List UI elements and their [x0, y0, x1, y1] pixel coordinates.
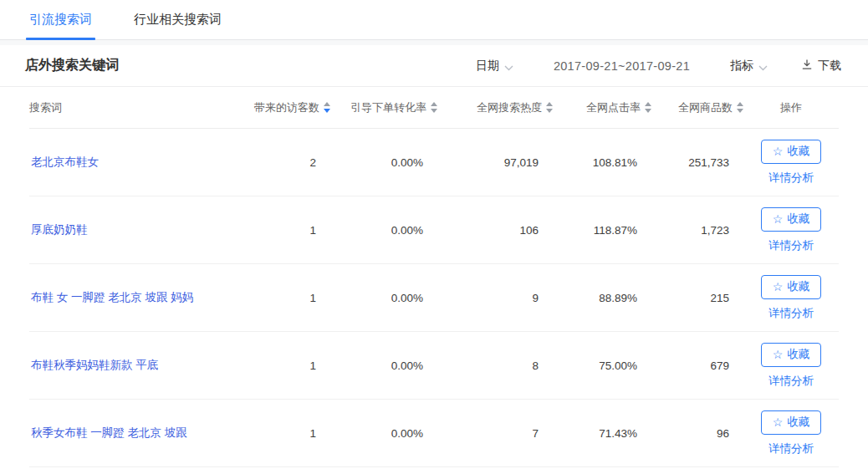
conversion-value: 0.00%: [330, 427, 437, 440]
col-header-conversion: 引导下单转化率: [330, 100, 437, 115]
actions-cell: ☆ 收藏 详情分析: [743, 343, 839, 389]
table-header-row: 搜索词 带来的访客数 引导下单转化率 全网搜索热度 全网点击率 全网商品数: [29, 87, 839, 129]
conversion-value: 0.00%: [330, 156, 437, 169]
favorite-button-label: 收藏: [787, 347, 809, 362]
favorite-button[interactable]: ☆ 收藏: [761, 140, 822, 164]
actions-cell: ☆ 收藏 详情分析: [743, 410, 839, 456]
col-header-actions: 操作: [743, 100, 839, 115]
detail-analysis-link[interactable]: 详情分析: [768, 374, 814, 389]
click-rate-value: 118.87%: [553, 224, 651, 237]
search-heat-value: 9: [437, 292, 553, 304]
star-icon: ☆: [773, 145, 784, 157]
product-count-value: 215: [651, 292, 743, 304]
tab-industry-related-words[interactable]: 行业相关搜索词: [134, 0, 222, 39]
toolbar: 店外搜索关键词 日期 2017-09-21~2017-09-21 指标 下载: [0, 45, 868, 87]
actions-cell: ☆ 收藏 详情分析: [743, 140, 839, 186]
metric-dropdown[interactable]: 指标: [730, 59, 768, 74]
page-title: 店外搜索关键词: [25, 57, 119, 74]
visitors-value: 2: [238, 156, 330, 169]
favorite-button-label: 收藏: [787, 279, 809, 294]
search-heat-value: 97,019: [437, 156, 553, 169]
click-rate-value: 71.43%: [553, 427, 651, 440]
table-body: 老北京布鞋女 2 0.00% 97,019 108.81% 251,733 ☆ …: [29, 129, 839, 467]
col-header-product-count: 全网商品数: [651, 100, 743, 115]
keyword-cell: 厚底奶奶鞋: [29, 222, 238, 237]
star-icon: ☆: [773, 213, 784, 225]
download-icon: [801, 59, 813, 73]
tab-bar: 引流搜索词 行业相关搜索词: [0, 0, 868, 40]
search-heat-value: 7: [437, 427, 553, 440]
click-rate-value: 88.89%: [553, 292, 651, 304]
table-row: 老北京布鞋女 2 0.00% 97,019 108.81% 251,733 ☆ …: [29, 129, 839, 196]
search-heat-value: 8: [437, 359, 553, 372]
chevron-down-icon: [758, 60, 768, 74]
search-heat-value: 106: [437, 224, 553, 237]
visitors-value: 1: [238, 292, 330, 304]
metric-dropdown-label: 指标: [730, 59, 753, 74]
detail-analysis-link[interactable]: 详情分析: [768, 306, 814, 321]
visitors-value: 1: [238, 427, 330, 440]
sort-icon[interactable]: [645, 102, 651, 113]
favorite-button-label: 收藏: [787, 415, 809, 430]
conversion-value: 0.00%: [330, 359, 437, 372]
detail-analysis-link[interactable]: 详情分析: [768, 238, 814, 253]
favorite-button[interactable]: ☆ 收藏: [761, 275, 822, 299]
date-range-value[interactable]: 2017-09-21~2017-09-21: [554, 59, 690, 73]
actions-cell: ☆ 收藏 详情分析: [743, 207, 839, 253]
product-count-value: 679: [651, 359, 743, 372]
toolbar-right: 日期 2017-09-21~2017-09-21 指标 下载: [476, 59, 841, 74]
keyword-link[interactable]: 布鞋秋季妈妈鞋新款 平底: [29, 359, 158, 371]
favorite-button-label: 收藏: [787, 144, 809, 159]
sort-icon[interactable]: [431, 102, 437, 113]
tab-traffic-search-words[interactable]: 引流搜索词: [29, 0, 92, 39]
keyword-link[interactable]: 厚底奶奶鞋: [29, 223, 88, 236]
download-label: 下载: [818, 59, 841, 74]
product-count-value: 1,723: [651, 224, 743, 237]
sort-icon[interactable]: [324, 102, 330, 113]
conversion-value: 0.00%: [330, 292, 437, 304]
keyword-cell: 秋季女布鞋 一脚蹬 老北京 坡跟: [29, 426, 238, 441]
keyword-cell: 老北京布鞋女: [29, 155, 238, 170]
sort-icon[interactable]: [737, 102, 743, 113]
sort-icon[interactable]: [546, 102, 553, 113]
download-button[interactable]: 下载: [801, 59, 841, 74]
actions-cell: ☆ 收藏 详情分析: [743, 275, 839, 321]
product-count-value: 251,733: [651, 156, 743, 169]
col-header-search-heat: 全网搜索热度: [437, 100, 553, 115]
detail-analysis-link[interactable]: 详情分析: [768, 171, 814, 186]
detail-analysis-link[interactable]: 详情分析: [768, 441, 814, 456]
favorite-button[interactable]: ☆ 收藏: [761, 410, 822, 435]
date-dropdown-label: 日期: [476, 59, 499, 74]
conversion-value: 0.00%: [330, 224, 437, 237]
keyword-link[interactable]: 老北京布鞋女: [29, 155, 99, 168]
visitors-value: 1: [238, 359, 330, 372]
click-rate-value: 108.81%: [553, 156, 651, 169]
keyword-link[interactable]: 布鞋 女 一脚蹬 老北京 坡跟 妈妈: [29, 291, 193, 303]
table-row: 布鞋 女 一脚蹬 老北京 坡跟 妈妈 1 0.00% 9 88.89% 215 …: [29, 264, 839, 332]
star-icon: ☆: [773, 281, 784, 293]
keyword-cell: 布鞋秋季妈妈鞋新款 平底: [29, 358, 238, 373]
table-row: 布鞋秋季妈妈鞋新款 平底 1 0.00% 8 75.00% 679 ☆ 收藏 详…: [29, 332, 839, 400]
star-icon: ☆: [773, 416, 784, 428]
tab-label: 行业相关搜索词: [134, 12, 222, 28]
favorite-button[interactable]: ☆ 收藏: [761, 343, 822, 367]
table-row: 秋季女布鞋 一脚蹬 老北京 坡跟 1 0.00% 7 71.43% 96 ☆ 收…: [29, 400, 839, 467]
col-header-click-rate: 全网点击率: [553, 100, 651, 115]
visitors-value: 1: [238, 224, 330, 237]
col-header-visitors: 带来的访客数: [238, 100, 330, 115]
keyword-link[interactable]: 秋季女布鞋 一脚蹬 老北京 坡跟: [29, 426, 187, 439]
chevron-down-icon: [504, 60, 513, 74]
favorite-button-label: 收藏: [787, 212, 809, 227]
click-rate-value: 75.00%: [553, 359, 651, 372]
product-count-value: 96: [651, 427, 743, 440]
keyword-cell: 布鞋 女 一脚蹬 老北京 坡跟 妈妈: [29, 290, 238, 305]
favorite-button[interactable]: ☆ 收藏: [761, 207, 822, 232]
table-row: 厚底奶奶鞋 1 0.00% 106 118.87% 1,723 ☆ 收藏 详情分…: [29, 196, 839, 264]
traffic-search-words-page: 引流搜索词 行业相关搜索词 店外搜索关键词 日期 2017-09-21~2017…: [0, 0, 868, 469]
keywords-table: 搜索词 带来的访客数 引导下单转化率 全网搜索热度 全网点击率 全网商品数: [29, 87, 839, 467]
star-icon: ☆: [773, 349, 784, 360]
tab-label: 引流搜索词: [29, 12, 92, 28]
date-dropdown[interactable]: 日期: [476, 59, 513, 74]
col-header-keyword: 搜索词: [29, 100, 238, 115]
